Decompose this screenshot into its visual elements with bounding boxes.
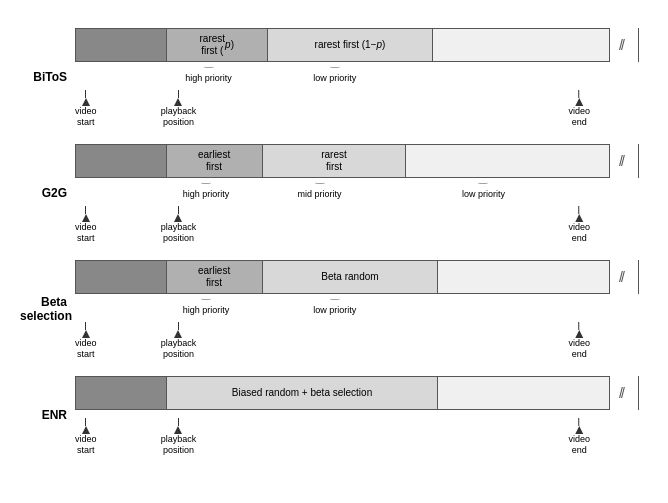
beta-label-video-end: videoend (568, 338, 590, 360)
bitos-priority-area: ⌣ high priority ⌣ low priority (75, 62, 579, 90)
beta-arrow-playback: playbackposition (161, 322, 197, 360)
enr-skip: // (612, 376, 630, 410)
g2g-arrow-video-start: videostart (75, 206, 97, 244)
bitos-arrow-up-playback (174, 98, 182, 106)
bitos-low-priority: ⌣ low priority (257, 62, 413, 83)
beta-arrow-up-playback (174, 330, 182, 338)
g2g-skip: // (612, 144, 630, 178)
g2g-label-video-start: videostart (75, 222, 97, 244)
enr-arrow-up-end (575, 426, 583, 434)
beta-priority-area: ⌣ high priority ⌣ low priority (75, 294, 579, 322)
g2g-low-priority: ⌣ low priority (388, 178, 580, 199)
enr-bar: Biased random + beta selection (75, 376, 610, 410)
bitos-seg-dark (76, 29, 167, 61)
bitos-skip: // (612, 28, 630, 62)
bitos-arrow-playback: playbackposition (161, 90, 197, 128)
bitos-seg-rarest-p: rarestfirst (p) (167, 29, 268, 61)
beta-row: Beta selection earliestfirst Beta random… (20, 260, 648, 358)
beta-label: Beta selection (20, 295, 75, 324)
bitos-arrow-up-end (575, 98, 583, 106)
enr-arrows: videostart playbackposition videoend (75, 418, 579, 454)
g2g-end-line (630, 144, 648, 178)
beta-seg-white (438, 261, 609, 293)
enr-label-video-start: videostart (75, 434, 97, 456)
enr-arrow-playback: playbackposition (161, 418, 197, 456)
bitos-section: BiToS rarestfirst (p) rarest first (1−p)… (20, 28, 648, 126)
diagram-container: BiToS rarestfirst (p) rarest first (1−p)… (0, 0, 668, 468)
g2g-arrow-video-end: videoend (568, 206, 590, 244)
beta-label-video-start: videostart (75, 338, 97, 360)
bitos-arrows: videostart playbackposition videoend (75, 90, 579, 126)
enr-arrow-video-start: videostart (75, 418, 97, 456)
beta-seg-earliest: earliestfirst (167, 261, 263, 293)
enr-seg-dark (76, 377, 167, 409)
bitos-row: BiToS rarestfirst (p) rarest first (1−p)… (20, 28, 648, 126)
beta-skip: // (612, 260, 630, 294)
enr-arrow-up-playback (174, 426, 182, 434)
g2g-arrows: videostart playbackposition videoend (75, 206, 579, 242)
beta-arrow-video-start: videostart (75, 322, 97, 360)
beta-label-playback: playbackposition (161, 338, 197, 360)
enr-arrow-up-start (82, 426, 90, 434)
enr-label-playback: playbackposition (161, 434, 197, 456)
g2g-bar-area: earliestfirst rarestfirst // ⌣ high prio… (75, 144, 648, 242)
bitos-bar: rarestfirst (p) rarest first (1−p) (75, 28, 610, 62)
beta-arrow-up-start (82, 330, 90, 338)
beta-bar: earliestfirst Beta random (75, 260, 610, 294)
g2g-arrow-up-end (575, 214, 583, 222)
enr-seg-biased: Biased random + beta selection (167, 377, 439, 409)
bitos-label-video-start: videostart (75, 106, 97, 128)
enr-spacer (75, 410, 648, 418)
beta-high-priority: ⌣ high priority (161, 294, 252, 315)
g2g-label-video-end: videoend (568, 222, 590, 244)
beta-end-line (630, 260, 648, 294)
bitos-bar-area: rarestfirst (p) rarest first (1−p) // ⌣ … (75, 28, 648, 126)
bitos-arrow-up-start (82, 98, 90, 106)
g2g-high-priority: ⌣ high priority (161, 178, 252, 199)
g2g-arrow-up-start (82, 214, 90, 222)
enr-label: ENR (20, 408, 75, 422)
enr-label-video-end: videoend (568, 434, 590, 456)
bitos-label-video-end: videoend (568, 106, 590, 128)
g2g-label: G2G (20, 186, 75, 200)
g2g-seg-earliest: earliestfirst (167, 145, 263, 177)
beta-arrows: videostart playbackposition videoend (75, 322, 579, 358)
g2g-section: G2G earliestfirst rarestfirst // (20, 144, 648, 242)
g2g-bar: earliestfirst rarestfirst (75, 144, 610, 178)
bitos-end-line (630, 28, 648, 62)
g2g-mid-priority: ⌣ mid priority (251, 178, 387, 199)
g2g-arrow-playback: playbackposition (161, 206, 197, 244)
enr-section: ENR Biased random + beta selection // (20, 376, 648, 454)
bitos-seg-rarest-1p: rarest first (1−p) (268, 29, 433, 61)
g2g-seg-white (406, 145, 609, 177)
enr-row: ENR Biased random + beta selection // (20, 376, 648, 454)
bitos-label: BiToS (20, 70, 75, 84)
g2g-arrow-up-playback (174, 214, 182, 222)
g2g-label-playback: playbackposition (161, 222, 197, 244)
enr-end-line (630, 376, 648, 410)
beta-bar-area: earliestfirst Beta random // ⌣ high prio… (75, 260, 648, 358)
g2g-priority-area: ⌣ high priority ⌣ mid priority ⌣ low pri… (75, 178, 579, 206)
bitos-high-priority: ⌣ high priority (161, 62, 257, 83)
g2g-row: G2G earliestfirst rarestfirst // (20, 144, 648, 242)
g2g-seg-rarest: rarestfirst (263, 145, 407, 177)
beta-seg-beta-random: Beta random (263, 261, 439, 293)
bitos-arrow-video-start: videostart (75, 90, 97, 128)
bitos-arrow-video-end: videoend (568, 90, 590, 128)
enr-seg-white (438, 377, 609, 409)
beta-low-priority: ⌣ low priority (251, 294, 417, 315)
g2g-seg-dark (76, 145, 167, 177)
enr-arrow-video-end: videoend (568, 418, 590, 456)
beta-section: Beta selection earliestfirst Beta random… (20, 260, 648, 358)
beta-arrow-up-end (575, 330, 583, 338)
beta-seg-dark (76, 261, 167, 293)
beta-arrow-video-end: videoend (568, 322, 590, 360)
enr-bar-area: Biased random + beta selection // vid (75, 376, 648, 454)
bitos-seg-white (433, 29, 609, 61)
bitos-label-playback: playbackposition (161, 106, 197, 128)
